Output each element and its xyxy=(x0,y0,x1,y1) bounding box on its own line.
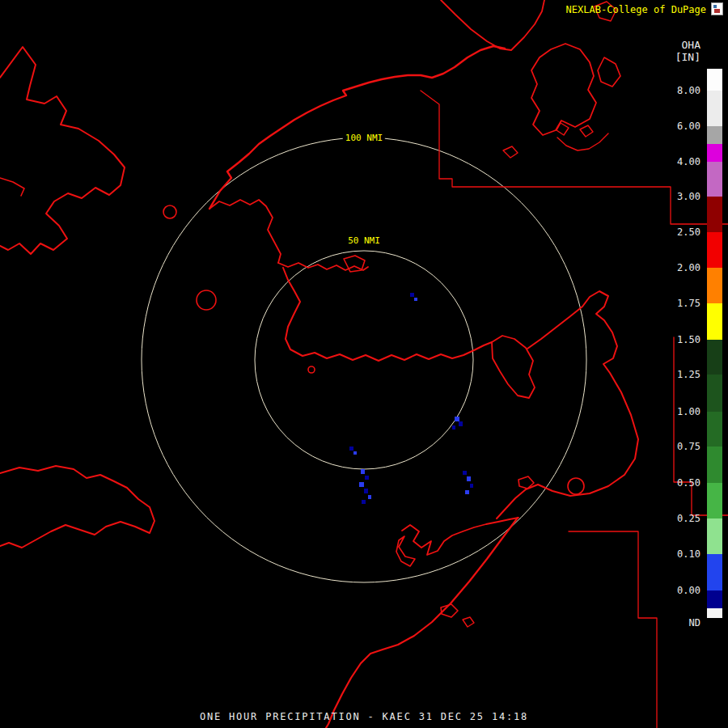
map-outline xyxy=(492,336,535,398)
colorbar-tick-label: 0.75 xyxy=(677,441,700,452)
map-outline xyxy=(0,466,154,548)
colorbar-tick-label: 1.75 xyxy=(677,298,700,309)
map-svg xyxy=(0,0,728,728)
precip-cell xyxy=(452,425,455,430)
precip-cell xyxy=(349,447,353,451)
precip-cell xyxy=(368,495,371,499)
precip-cell xyxy=(410,293,414,297)
colorbar-segment xyxy=(707,303,722,340)
colorbar-tick-label: 3.00 xyxy=(677,191,700,202)
precip-cell xyxy=(361,469,365,474)
colorbar-tick-label: 6.00 xyxy=(677,121,700,132)
colorbar-segment xyxy=(707,126,722,144)
map-outline xyxy=(503,146,518,158)
map-outline xyxy=(531,44,596,135)
colorbar-segment xyxy=(707,375,722,412)
precip-cell xyxy=(359,482,364,487)
precip-cell xyxy=(353,451,357,455)
colorbar-tick-label: 0.50 xyxy=(677,477,700,489)
map-outline xyxy=(326,518,518,728)
colorbar-segment xyxy=(707,518,722,554)
map-outline xyxy=(210,46,505,209)
colorbar-tick-label: 0.10 xyxy=(677,548,700,560)
map-outline xyxy=(283,268,492,361)
map-lake-outline xyxy=(568,478,584,494)
colorbar-segment xyxy=(707,608,722,618)
colorbar-tick-label: 1.25 xyxy=(677,369,700,380)
colorbar-tick-label: 0.25 xyxy=(677,513,700,524)
product-id: OHA xyxy=(675,39,700,51)
map-outline xyxy=(580,125,593,137)
precip-cell xyxy=(455,417,459,421)
product-header: OHA [IN] xyxy=(675,39,700,63)
colorbar-segment xyxy=(707,91,722,126)
map-outline xyxy=(598,57,620,87)
colorbar-segment xyxy=(707,232,722,268)
colorbar-segment xyxy=(707,412,722,447)
credit-text: NEXLAB-College of DuPage xyxy=(566,4,706,15)
colorbar-segment xyxy=(707,69,722,91)
map-outline xyxy=(569,531,657,728)
map-outline xyxy=(278,263,368,270)
map-outline xyxy=(557,133,608,150)
precip-cell xyxy=(463,471,467,475)
map-lake-outline xyxy=(197,290,216,310)
colorbar-tick-label: 2.50 xyxy=(677,226,700,238)
precip-cell xyxy=(467,476,471,481)
colorbar-segment xyxy=(707,447,722,483)
colorbar-segment xyxy=(707,268,722,303)
colorbar-segment xyxy=(707,340,722,375)
precip-cell xyxy=(365,476,369,480)
precip-cell xyxy=(414,298,417,301)
colorbar xyxy=(707,69,722,618)
radar-display: NEXLAB-College of DuPage OHA [IN] ONE HO… xyxy=(0,0,728,728)
precip-cell xyxy=(362,500,366,504)
colorbar-tick-label: 4.00 xyxy=(677,156,700,167)
colorbar-segment xyxy=(707,144,722,162)
range-ring xyxy=(255,251,473,469)
range-ring-label: 50 NMI xyxy=(345,235,383,246)
colorbar-tick-label: 1.50 xyxy=(677,334,700,345)
colorbar-segment xyxy=(707,197,722,232)
map-outline xyxy=(463,617,474,627)
colorbar-tick-label: 0.00 xyxy=(677,585,700,596)
range-ring-label: 100 NMI xyxy=(343,133,385,143)
colorbar-tick-label: ND xyxy=(689,617,700,629)
map-outline xyxy=(396,536,415,566)
precip-cell xyxy=(470,484,473,488)
precip-cell xyxy=(459,421,463,426)
product-units: [IN] xyxy=(675,51,700,63)
map-outline xyxy=(441,0,544,50)
map-outline xyxy=(0,178,24,196)
map-lake-outline xyxy=(308,366,315,373)
broken-image-icon xyxy=(711,2,723,15)
colorbar-segment xyxy=(707,590,722,608)
product-title: ONE HOUR PRECIPITATION - KAEC 31 DEC 25 … xyxy=(0,711,728,722)
map-outline xyxy=(402,518,518,555)
colorbar-tick-label: 1.00 xyxy=(677,406,700,417)
map-outline xyxy=(0,47,125,254)
colorbar-segment xyxy=(707,554,722,590)
range-ring xyxy=(142,138,586,582)
colorbar-tick-label: 2.00 xyxy=(677,262,700,273)
map-outline xyxy=(210,200,281,263)
colorbar-segment xyxy=(707,162,722,197)
precip-cell xyxy=(364,489,368,493)
colorbar-tick-label: 8.00 xyxy=(677,85,700,96)
map-lake-outline xyxy=(163,205,176,218)
precip-cell xyxy=(465,490,469,494)
colorbar-segment xyxy=(707,483,722,518)
